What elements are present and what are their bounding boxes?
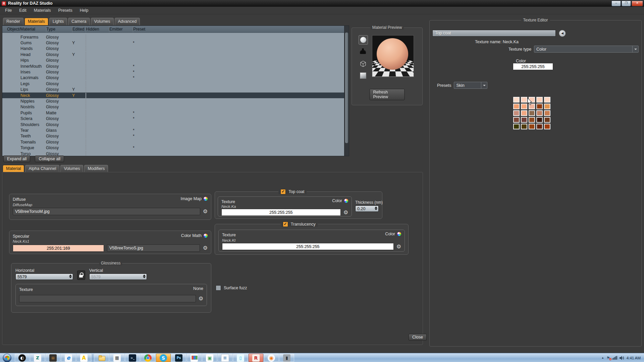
calculator-taskbar-button[interactable]: ▦ — [110, 354, 124, 362]
texture-breadcrumb[interactable]: Top coat — [432, 30, 556, 37]
specular-mode-selector[interactable]: Color Math — [181, 233, 208, 238]
close-button[interactable]: Close — [409, 334, 427, 341]
clock[interactable]: 4:41 AM — [627, 356, 641, 360]
hidden-checkbox[interactable] — [86, 40, 86, 46]
hidden-checkbox[interactable] — [86, 99, 86, 104]
column-header-emitter[interactable]: Emitter — [109, 26, 133, 33]
table-row-innermouth[interactable]: InnerMouthGlossy* — [2, 63, 344, 69]
chevron-down-icon[interactable] — [632, 46, 638, 52]
menu-help[interactable]: Help — [76, 7, 92, 13]
diffuse-map-field[interactable]: V5BreeTorsoM.jpg — [13, 208, 200, 215]
skin-swatch-21[interactable] — [513, 124, 520, 129]
column-header-hidden[interactable]: Hidden — [86, 26, 109, 33]
menu-presets[interactable]: Presets — [54, 7, 76, 13]
texture-type-dropdown[interactable]: Color — [534, 46, 639, 53]
hidden-checkbox[interactable] — [86, 139, 86, 145]
photoshop-taskbar-button[interactable]: Ps — [171, 354, 186, 362]
hidden-checkbox[interactable] — [86, 52, 86, 57]
table-row-hands[interactable]: HandsGlossy — [2, 46, 344, 52]
column-header-type[interactable]: Type — [46, 26, 72, 33]
table-row-lips[interactable]: LipsGlossyY — [2, 87, 344, 93]
hidden-checkbox[interactable] — [86, 93, 86, 98]
column-header-object-material[interactable]: Object/Material — [7, 26, 46, 33]
start-button[interactable] — [1, 354, 13, 362]
hidden-checkbox[interactable] — [86, 58, 86, 63]
network-icon[interactable] — [612, 356, 617, 360]
skin-swatch-7[interactable] — [521, 104, 527, 109]
table-row-tongue[interactable]: TongueGlossy* — [2, 145, 344, 150]
hidden-checkbox[interactable] — [86, 64, 86, 69]
reality-taskbar-button[interactable]: R — [249, 354, 263, 362]
media-app-taskbar-button[interactable]: ▤ — [46, 354, 60, 362]
translucency-gear-button[interactable]: ⚙ — [396, 244, 401, 249]
table-row-legs[interactable]: LegsGlossy — [2, 81, 344, 86]
vertical-glossiness-spinner[interactable]: 5579 — [89, 274, 147, 280]
skin-swatch-10[interactable] — [544, 104, 550, 109]
notepad-taskbar-button[interactable]: ≡ — [218, 354, 232, 362]
hidden-checkbox[interactable] — [86, 35, 86, 40]
diffuse-mode-selector[interactable]: Image Map — [180, 196, 208, 201]
table-row-irises[interactable]: IrisesGlossy* — [2, 69, 344, 75]
skin-swatch-20[interactable] — [544, 117, 550, 123]
column-header-edited[interactable]: Edited — [72, 26, 86, 33]
table-row-nipples[interactable]: NipplesGlossy — [2, 98, 344, 104]
skin-swatch-14[interactable] — [536, 110, 543, 116]
internet-explorer-taskbar-button[interactable]: e — [61, 354, 76, 362]
collapse-all-button[interactable]: Collapse all — [35, 156, 64, 162]
paint-taskbar-button[interactable] — [187, 354, 202, 362]
powershell-taskbar-button[interactable]: >_ — [125, 354, 140, 362]
specular-gear-button[interactable]: ⚙ — [203, 245, 208, 251]
surface-fuzz-checkbox[interactable] — [216, 285, 221, 291]
skin-swatch-9[interactable] — [536, 104, 543, 109]
skin-swatch-1[interactable] — [513, 97, 520, 103]
refresh-preview-button[interactable]: Refresh Preview — [370, 89, 405, 100]
table-row-lacrimals[interactable]: LacrimalsGlossy* — [2, 75, 344, 81]
hidden-checkbox[interactable] — [86, 81, 86, 86]
chrome-taskbar-button[interactable] — [141, 354, 155, 362]
tray-expand-icon[interactable]: ▲ — [601, 356, 604, 359]
table-scrollbar[interactable] — [344, 26, 349, 156]
menu-edit[interactable]: Edit — [15, 7, 30, 13]
skin-swatch-24[interactable] — [536, 124, 543, 129]
table-row-head[interactable]: HeadGlossyY — [2, 52, 344, 57]
skin-swatch-4[interactable] — [536, 97, 543, 103]
skin-swatch-5[interactable] — [544, 97, 550, 103]
minimize-button[interactable]: – — [611, 1, 621, 6]
skin-swatch-22[interactable] — [521, 124, 527, 129]
skin-swatch-15[interactable] — [544, 110, 550, 116]
table-row-neck[interactable]: NeckGlossyY — [2, 93, 344, 98]
top-coat-gear-button[interactable]: ⚙ — [343, 210, 348, 215]
tab-lights[interactable]: Lights — [49, 18, 67, 25]
skype-taskbar-button[interactable]: S — [156, 354, 171, 362]
obs-taskbar-button[interactable]: ◐ — [15, 354, 30, 362]
chevron-down-icon[interactable] — [481, 82, 487, 88]
hidden-checkbox[interactable] — [86, 122, 86, 127]
tab-volumes[interactable]: Volumes — [91, 18, 114, 25]
hidden-checkbox[interactable] — [86, 133, 86, 139]
back-button[interactable]: ◀ — [559, 30, 566, 37]
menu-materials[interactable]: Materials — [30, 7, 55, 13]
table-row-nostrils[interactable]: NostrilsGlossy — [2, 104, 344, 110]
presets-dropdown[interactable]: Skin — [454, 82, 487, 89]
thickness-spinner[interactable]: 0.20 — [355, 205, 379, 212]
skin-swatch-17[interactable] — [521, 117, 527, 123]
table-row-sclera[interactable]: ScleraGlossy* — [2, 116, 344, 121]
translucency-mode-selector[interactable]: Color — [385, 232, 401, 236]
tab-modifiers[interactable]: Modifiers — [84, 165, 108, 172]
aim-taskbar-button[interactable]: A — [76, 354, 91, 362]
skin-swatch-11[interactable] — [513, 110, 520, 116]
tab-camera[interactable]: Camera — [68, 18, 90, 25]
tab-advanced[interactable]: Advanced — [115, 18, 140, 25]
action-center-flag-icon[interactable]: ⚑✕ — [606, 356, 610, 360]
skin-swatch-18[interactable] — [529, 117, 535, 123]
scrollbar-thumb[interactable] — [345, 33, 348, 143]
skin-swatch-6[interactable] — [513, 104, 520, 109]
close-window-button[interactable]: ✕ — [632, 1, 643, 6]
tab-render[interactable]: Render — [3, 18, 23, 25]
expand-all-button[interactable]: Expand all — [3, 156, 30, 162]
top-coat-color-field[interactable]: 255:255:255 — [221, 209, 341, 216]
glossiness-texture-mode[interactable]: None — [193, 286, 203, 291]
skin-swatch-2[interactable] — [521, 97, 527, 103]
maximize-button[interactable]: ❐ — [622, 1, 631, 6]
top-coat-mode-selector[interactable]: Color — [332, 198, 348, 203]
